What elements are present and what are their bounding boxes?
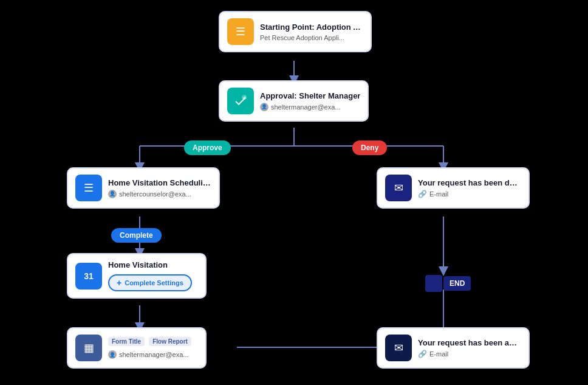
scheduling-icon: ☰ <box>75 175 102 201</box>
approve-badge[interactable]: Approve <box>184 140 231 155</box>
form-title-tag: Form Title <box>108 337 145 346</box>
approved-email-content: Your request has been appro... 🔗 E-mail <box>418 338 521 358</box>
denied-email-title: Your request has been denied. <box>418 178 521 187</box>
flow-report-card: ▦ Form Title Flow Report 👤 sheltermanage… <box>67 327 207 369</box>
starting-point-subtitle: Pet Rescue Adoption Appli... <box>260 34 363 41</box>
svg-text:✓: ✓ <box>242 95 247 100</box>
workflow-canvas: ☰ Starting Point: Adoption App... Pet Re… <box>0 0 588 385</box>
home-visitation-content: Home Visitation + Complete Settings <box>108 260 192 291</box>
approved-email-card: ✉ Your request has been appro... 🔗 E-mai… <box>377 327 530 369</box>
flow-report-subtitle: 👤 sheltermanager@exa... <box>108 350 193 359</box>
starting-point-content: Starting Point: Adoption App... Pet Resc… <box>260 23 363 41</box>
approval-avatar: 👤 <box>260 103 268 111</box>
flow-report-avatar: 👤 <box>108 350 117 359</box>
home-visitation-scheduling-card: ☰ Home Visitation Scheduling 👤 shelterco… <box>67 167 220 209</box>
starting-point-card: ☰ Starting Point: Adoption App... Pet Re… <box>219 11 372 52</box>
scheduling-subtitle: 👤 sheltercounselor@exa... <box>108 190 211 198</box>
complete-badge[interactable]: Complete <box>111 228 162 243</box>
approved-email-title: Your request has been appro... <box>418 338 521 347</box>
approval-subtitle: 👤 sheltermanager@exa... <box>260 103 360 111</box>
flow-report-tags: Form Title Flow Report <box>108 337 193 346</box>
flow-report-tag: Flow Report <box>149 337 191 346</box>
end-label: END <box>443 276 471 291</box>
home-visitation-calendar-icon: 31 <box>75 263 102 290</box>
approval-content: Approval: Shelter Manager 👤 sheltermanag… <box>260 91 360 111</box>
flow-report-icon: ▦ <box>75 335 102 361</box>
scheduling-avatar: 👤 <box>108 190 117 198</box>
end-square <box>425 275 442 292</box>
approval-icon: ✓ <box>227 88 254 114</box>
approval-card: ✓ Approval: Shelter Manager 👤 shelterman… <box>219 80 369 122</box>
scheduling-title: Home Visitation Scheduling <box>108 178 211 187</box>
complete-settings-button[interactable]: + Complete Settings <box>108 274 192 291</box>
deny-badge[interactable]: Deny <box>352 140 387 155</box>
approved-email-link: 🔗 E-mail <box>418 350 521 358</box>
approved-email-icon: ✉ <box>385 335 412 361</box>
home-visitation-title: Home Visitation <box>108 260 192 269</box>
denied-email-card: ✉ Your request has been denied. 🔗 E-mail <box>377 167 530 209</box>
denied-email-icon: ✉ <box>385 175 412 201</box>
starting-point-title: Starting Point: Adoption App... <box>260 23 363 32</box>
home-visitation-card: 31 Home Visitation + Complete Settings <box>67 253 207 299</box>
end-node: END <box>425 275 471 292</box>
approval-title: Approval: Shelter Manager <box>260 91 360 100</box>
denied-email-content: Your request has been denied. 🔗 E-mail <box>418 178 521 198</box>
flow-report-content: Form Title Flow Report 👤 sheltermanager@… <box>108 337 193 359</box>
scheduling-content: Home Visitation Scheduling 👤 sheltercoun… <box>108 178 211 198</box>
denied-email-link: 🔗 E-mail <box>418 190 521 198</box>
starting-point-icon: ☰ <box>227 18 254 45</box>
